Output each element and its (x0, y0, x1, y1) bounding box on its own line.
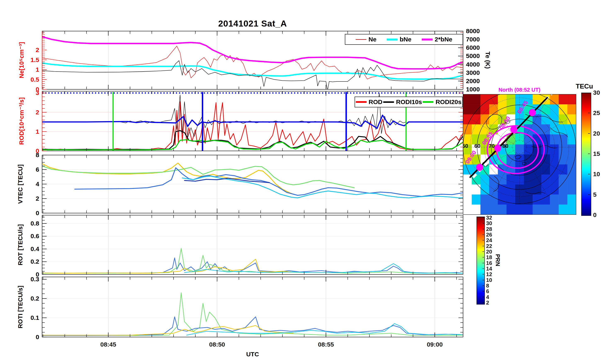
plot-svg: 00.511.521000200030004000500060007000800… (0, 0, 602, 364)
legend-item: RODI10s (383, 98, 422, 106)
tec-cell (489, 104, 498, 114)
prn-tick-mark (483, 223, 484, 224)
legend-label: ROD (369, 98, 383, 106)
x-tick-label: 09:00 (427, 341, 443, 348)
tec-cell (489, 204, 498, 215)
tec-cell (550, 174, 559, 185)
tec-cell (463, 204, 472, 215)
prn-tick-mark (483, 297, 484, 297)
te-tick-label: 7000 (466, 36, 480, 43)
series-ne-Ne (42, 46, 463, 79)
tec-cell (550, 144, 559, 155)
track-time-dot (529, 109, 536, 116)
legend-label: Ne (368, 36, 376, 43)
tec-cell (507, 94, 516, 105)
tec-cell (541, 114, 550, 125)
tec-cell (481, 194, 489, 204)
legend-item: Ne (356, 36, 376, 43)
series-rod-flag-line (42, 115, 463, 128)
y-tick-label: 0.2 (31, 295, 39, 302)
legend-item: RODI20s (423, 98, 462, 106)
tec-cell (507, 204, 516, 215)
prn-tick-mark (483, 274, 484, 274)
tec-cell (489, 94, 498, 105)
figure-canvas: 20141021 Sat_A Ne[10⁵cm⁻³] ROD[10⁴cm⁻³/s… (0, 0, 602, 364)
tecu-tick-mark (588, 194, 590, 195)
tec-cell (541, 194, 550, 204)
tec-cell (515, 174, 524, 185)
panel-rot: 00.20.40.60.8 (31, 215, 463, 278)
tec-cell (524, 144, 533, 155)
series-vtec-PRN16 (42, 166, 354, 188)
tec-cell (481, 174, 489, 185)
tec-cell (567, 164, 576, 174)
tec-cell (507, 184, 516, 195)
tec-cell (481, 184, 489, 195)
y-tick-label: 0.3 (31, 276, 39, 283)
tec-cell (550, 124, 559, 135)
tec-cell (515, 154, 524, 165)
tec-cell (463, 114, 472, 125)
tecu-tick-mark (588, 113, 590, 113)
tec-cell (472, 104, 481, 114)
tec-cell (463, 94, 472, 105)
tecu-colorbar-title: TECu (576, 83, 593, 90)
tec-cell (550, 184, 559, 195)
legend-item: ROD (356, 98, 383, 106)
series-ne-Te (42, 61, 463, 91)
y-tick-label: 0.6 (31, 233, 39, 239)
y-tick-label: 0 (36, 333, 39, 340)
panel-roti: 00.10.20.308:4508:5008:5509:00 (31, 276, 463, 348)
prn-tick-label: 2 (486, 300, 489, 306)
legend-line-sample (356, 101, 367, 103)
tec-cell (515, 204, 524, 215)
tec-cell (481, 94, 489, 105)
tec-cell (567, 184, 576, 195)
tec-cell (559, 164, 568, 174)
prn-tick-mark (483, 263, 484, 263)
tecu-tick-label: 10 (593, 171, 600, 178)
track-time-dot (510, 126, 517, 133)
y-tick-label: 1 (36, 128, 39, 135)
tec-cell (533, 94, 541, 105)
prn-colorbar-label: PRN (494, 254, 501, 266)
prn-tick-label: 16 (486, 260, 492, 266)
tec-cell (550, 104, 559, 114)
series-roti-PRN12 (187, 324, 463, 335)
prn-tick-mark (483, 251, 484, 252)
tec-map-content: 08:4508:5008:5509:0050607080 (462, 89, 576, 215)
tec-cell (567, 194, 576, 204)
prn-tick-label: 4 (486, 294, 489, 300)
tecu-colorbar (581, 93, 591, 216)
tec-cell (541, 164, 550, 174)
tec-cell (472, 204, 481, 215)
prn-tick-mark (483, 291, 484, 291)
prn-tick-label: 22 (486, 243, 492, 249)
y-tick-label: 4 (36, 181, 39, 187)
legend-label: bNe (400, 36, 411, 43)
series-rot-PRN6 (42, 258, 463, 273)
tec-cell (559, 194, 568, 204)
tecu-tick-label: 20 (593, 130, 600, 137)
tec-cell (481, 204, 489, 215)
y-tick-label: 2 (36, 46, 39, 53)
prn-tick-mark (483, 302, 484, 303)
y-tick-label: 0.1 (31, 314, 39, 321)
tecu-tick-label: 5 (593, 191, 597, 198)
track-time-dot (494, 145, 501, 152)
tec-cell (559, 104, 568, 114)
tec-cell (489, 164, 498, 174)
te-tick-label: 4000 (466, 61, 480, 68)
tec-cell (541, 124, 550, 135)
tecu-tick-label: 25 (593, 109, 600, 117)
tecu-tick-mark (588, 133, 590, 134)
tec-cell (559, 144, 568, 155)
prn-tick-mark (483, 246, 484, 246)
tecu-tick-label: 0 (593, 211, 597, 218)
tec-cell (489, 174, 498, 185)
tecu-tick-label: 15 (593, 150, 600, 157)
tec-cell (567, 204, 576, 215)
y-tick-label: 0.4 (31, 246, 39, 252)
y-tick-label: 1 (36, 66, 39, 73)
tec-cell (550, 204, 559, 215)
